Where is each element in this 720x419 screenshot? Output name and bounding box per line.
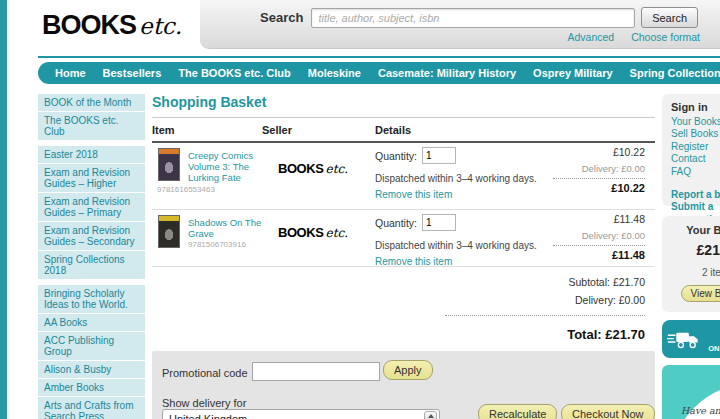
sidebar-item-arts-and-crafts[interactable]: Arts and Crafts from Search Press [38,397,145,419]
sidebar-item-aa-books[interactable]: AA Books [38,314,145,331]
promo-teaser-box[interactable]: Have an [662,365,720,419]
basket-item-row: 9781616553463 Creepy Comics Volume 3: Th… [152,143,655,210]
item-line-total: £10.22 [495,182,645,194]
quantity-label: Quantity: [375,150,417,162]
nav-item-bestsellers[interactable]: Bestsellers [103,67,162,79]
sidebar-item-alison-busby[interactable]: Alison & Busby [38,361,145,378]
nav-item-moleskine[interactable]: Moleskine [308,67,361,79]
sidebar-item-acc-publishing[interactable]: ACC Publishing Group [38,332,145,360]
totals-divider [445,315,645,316]
recalculate-button[interactable]: Recalculate [478,404,557,419]
checkout-now-button[interactable]: Checkout Now [561,404,655,419]
item-delivery: Delivery: £0.00 [495,163,645,174]
choose-format-link[interactable]: Choose format [631,31,700,43]
remove-item-link[interactable]: Remove this item [375,256,452,267]
selected-country: United Kingdom [163,413,424,419]
select-stepper-icon [424,411,437,419]
main-nav: Home Bestsellers The BOOKS etc. Club Mol… [38,62,720,84]
teaser-text: Have an [681,405,720,416]
seller-logo-bold: BOOKS [278,225,324,240]
search-label: Search [260,10,303,25]
view-basket-button[interactable]: View Basket [681,285,720,302]
price-divider [553,178,645,179]
sidebar-item-book-of-the-month[interactable]: BOOK of the Month [38,94,145,111]
promo-code-label: Promotional code [162,367,248,379]
seller-logo-bold: BOOKS [278,161,324,176]
delivery-total: Delivery: £0.00 [152,294,645,306]
site-logo[interactable]: BOOKSetc. [42,10,182,41]
column-header-item: Item [152,124,262,136]
banner-text: FREE DELIVERY ON ALL ORDERS [699,326,720,353]
sidebar-item-books-etc-club[interactable]: The BOOKS etc. Club [38,112,145,140]
book-isbn: 9781506703916 [188,240,272,249]
nav-item-home[interactable]: Home [55,67,86,79]
basket-table-header: Item Seller Details [152,117,655,143]
sidebar-item-spring-collections-2018[interactable]: Spring Collections 2018 [38,251,145,279]
show-delivery-label: Show delivery for [162,397,246,409]
quantity-label: Quantity: [375,217,417,229]
item-price: £11.48 [495,213,645,225]
seller-logo-italic: etc. [326,226,348,240]
sidebar-item-bringing-scholarly-ideas[interactable]: Bringing Scholarly Ideas to the World. [38,285,145,313]
sidebar-item-easter-2018[interactable]: Easter 2018 [38,146,145,163]
search-button[interactable]: Search [641,7,698,28]
nav-item-spring-collections[interactable]: Spring Collections [630,67,720,79]
sidebar-item-amber-books[interactable]: Amber Books [38,379,145,396]
seller-logo-italic: etc. [326,162,348,176]
item-delivery: Delivery: £0.00 [495,230,645,241]
page-title: Shopping Basket [152,94,655,110]
nav-item-osprey[interactable]: Osprey Military [533,67,612,79]
book-cover-thumbnail[interactable] [158,148,180,181]
price-divider [553,245,645,246]
grand-total: Total: £21.70 [152,327,645,342]
contact-link[interactable]: Contact [671,153,720,165]
nav-item-books-etc-club[interactable]: The BOOKS etc. Club [178,67,290,79]
logo-italic-text: etc. [139,13,182,39]
book-cover-thumbnail[interactable] [158,215,180,248]
basket-totals: Subtotal: £21.70 Delivery: £0.00 Total: … [152,267,655,342]
your-books-link[interactable]: Your Books [671,116,720,128]
search-panel: Search Search Advanced Choose format [200,0,720,49]
sell-books-link[interactable]: Sell Books [671,128,720,140]
sign-in-title: Sign in [671,101,720,113]
sidebar-item-exam-secondary[interactable]: Exam and Revision Guides – Secondary [38,222,145,250]
search-input[interactable] [311,8,635,28]
sidebar-item-exam-primary[interactable]: Exam and Revision Guides – Primary [38,193,145,221]
your-basket-amount: £21.70 [662,242,720,258]
faq-link[interactable]: FAQ [671,166,720,178]
your-basket-title: Your Basket [662,224,720,236]
your-basket-count: 2 items [662,267,720,278]
subtotal: Subtotal: £21.70 [152,276,645,288]
quantity-input[interactable] [422,147,456,164]
seller-logo: BOOKSetc. [260,223,366,241]
seller-logo: BOOKSetc. [260,159,366,177]
page-edge-strip [0,0,7,419]
right-sidebar: Sign in Your Books Sell Books Register C… [662,94,720,419]
quantity-input[interactable] [422,214,456,231]
left-sidebar: BOOK of the Month The BOOKS etc. Club Ea… [38,94,145,419]
sign-in-box: Sign in Your Books Sell Books Register C… [662,94,720,206]
remove-item-link[interactable]: Remove this item [375,189,452,200]
promo-code-input[interactable] [252,362,380,381]
sidebar-item-exam-higher[interactable]: Exam and Revision Guides – Higher [38,164,145,192]
header-divider [38,56,720,58]
report-a-bug-link[interactable]: Report a bug [671,189,720,201]
item-line-total: £11.48 [495,249,645,261]
logo-bold-text: BOOKS [42,10,136,40]
book-isbn: 9781616553463 [157,185,215,194]
register-link[interactable]: Register [671,141,720,153]
column-header-details: Details [375,124,655,136]
apply-button[interactable]: Apply [383,360,433,380]
nav-item-casemate[interactable]: Casemate: Military History [378,67,516,79]
column-header-seller: Seller [262,124,375,136]
item-price-block: £11.48 Delivery: £0.00 £11.48 [495,213,645,261]
free-delivery-banner[interactable]: FREE DELIVERY ON ALL ORDERS [662,320,720,358]
delivery-country-select[interactable]: United Kingdom [162,409,440,419]
advanced-search-link[interactable]: Advanced [568,31,615,43]
item-price: £10.22 [495,146,645,158]
basket-item-row: Shadows On The Grave 9781506703916 BOOKS… [152,210,655,267]
your-basket-box: Your Basket £21.70 2 items View Basket [662,216,720,312]
checkout-panel: Promotional code Apply Show delivery for… [152,351,655,419]
delivery-truck-icon [667,329,699,350]
page: BOOKSetc. Search Search Advanced Choose … [0,0,720,419]
